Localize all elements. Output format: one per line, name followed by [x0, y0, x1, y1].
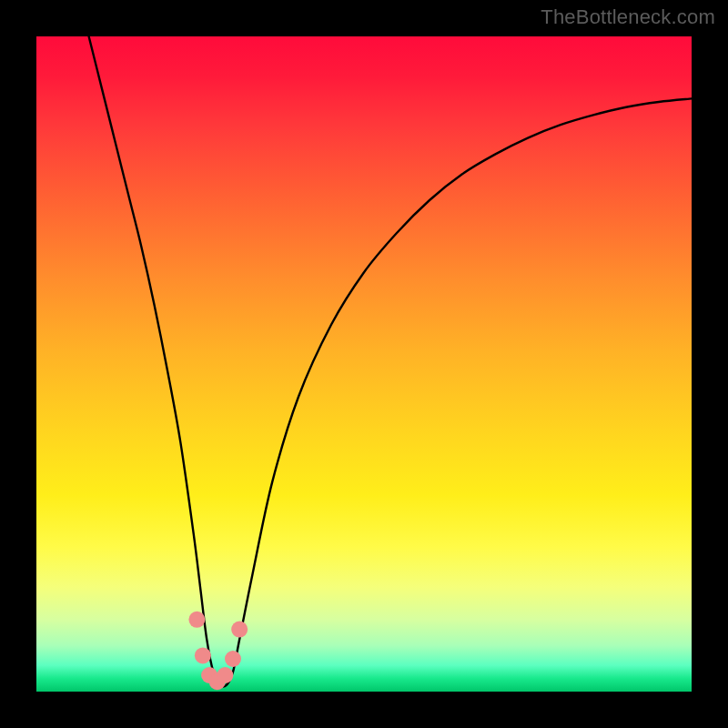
marker-dot: [217, 667, 233, 683]
chart-stage: TheBottleneck.com: [0, 0, 728, 728]
chart-plot-area: [36, 36, 692, 692]
marker-dot: [231, 622, 248, 638]
watermark-text: TheBottleneck.com: [541, 5, 715, 29]
marker-dot: [188, 612, 205, 628]
bottleneck-curve: [89, 36, 692, 687]
curve-group: [89, 36, 692, 687]
chart-svg: [36, 36, 692, 692]
marker-dot: [195, 647, 211, 663]
marker-dot: [225, 651, 241, 667]
marker-group: [188, 612, 248, 690]
